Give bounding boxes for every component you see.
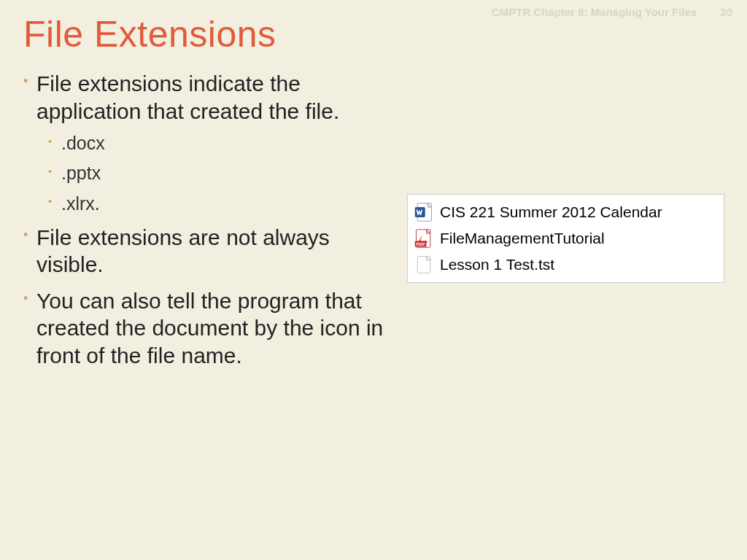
svg-text:PDF: PDF (417, 241, 425, 246)
sub-bullet-item: .xlrx. (36, 192, 392, 215)
file-list: CIS 221 Summer 2012 Calendar PDF FileMan… (407, 194, 724, 283)
file-row-word: CIS 221 Summer 2012 Calendar (414, 199, 718, 225)
word-doc-icon (414, 202, 434, 222)
page-number: 20 (720, 6, 732, 18)
pdf-icon: PDF (414, 228, 434, 249)
file-name: FileManagementTutorial (440, 230, 605, 247)
file-name: Lesson 1 Test.tst (440, 256, 554, 273)
file-row-generic: Lesson 1 Test.tst (414, 252, 718, 278)
bullet-item: You can also tell the program that creat… (20, 287, 392, 370)
file-name: CIS 221 Summer 2012 Calendar (440, 203, 662, 221)
bullet-column: File extensions indicate the application… (20, 70, 392, 378)
bullet-item: File extensions are not always visible. (20, 224, 392, 279)
bullet-item: File extensions indicate the application… (20, 70, 392, 215)
chapter-label: CMPTR Chapter 8: Managing Your Files (492, 6, 697, 18)
example-panel: CIS 221 Summer 2012 Calendar PDF FileMan… (407, 194, 724, 378)
slide-content: File extensions indicate the application… (0, 63, 747, 378)
sub-bullet-item: .docx (36, 132, 392, 155)
file-row-pdf: PDF FileManagementTutorial (414, 225, 718, 252)
blank-file-icon (414, 254, 434, 275)
bullet-text: File extensions indicate the application… (36, 71, 339, 123)
slide-header: CMPTR Chapter 8: Managing Your Files 20 (492, 6, 732, 18)
sub-bullet-item: .pptx (36, 162, 392, 184)
